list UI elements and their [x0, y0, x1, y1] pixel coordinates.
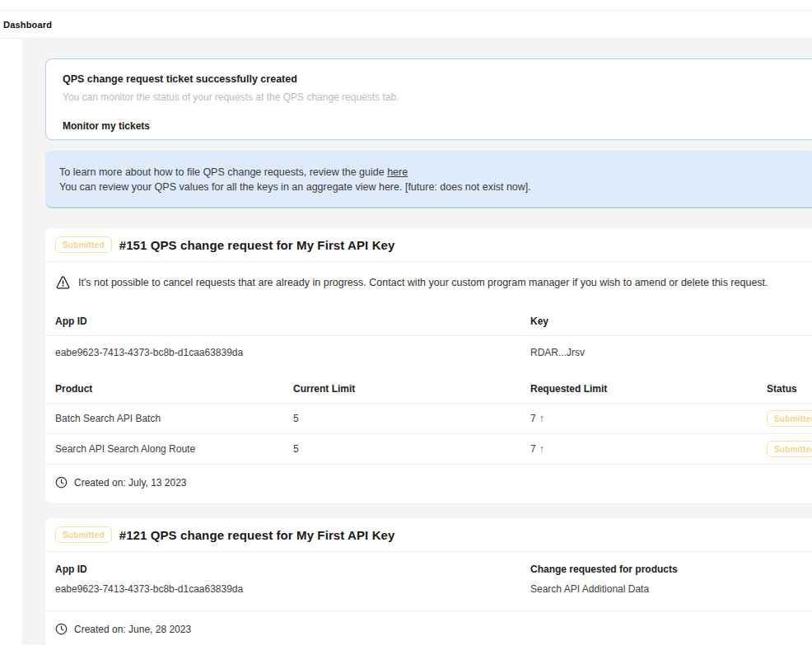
info-banner: To learn more about how to file QPS chan… — [45, 151, 812, 208]
requested-limit-cell: 7↑ — [530, 413, 767, 424]
ticket-header: Submitted #151 QPS change request for My… — [45, 228, 812, 261]
products-label: Change requested for products — [530, 563, 812, 575]
status-badge: Submitted — [767, 441, 812, 457]
table-row: Search API Search Along Route 5 7↑ Submi… — [45, 434, 812, 464]
clock-icon — [55, 623, 68, 635]
app-id-label: App ID — [55, 563, 530, 575]
clock-icon — [55, 476, 68, 489]
info-line1-text: To learn more about how to file QPS chan… — [59, 166, 387, 178]
status-cell: Submitted — [767, 441, 812, 457]
warning-triangle-icon — [55, 275, 71, 290]
app-id-value: eabe9623-7413-4373-bc8b-d1caa63839da — [55, 347, 530, 358]
current-limit-cell: 5 — [293, 443, 530, 455]
product-cell: Batch Search API Batch — [55, 413, 293, 424]
col-requested-limit: Requested Limit — [530, 383, 767, 395]
col-current-limit: Current Limit — [293, 383, 530, 395]
top-strip — [0, 0, 812, 11]
col-product: Product — [55, 383, 293, 395]
ticket-card-151: Submitted #151 QPS change request for My… — [45, 228, 812, 503]
content-area: QPS change request ticket successfully c… — [22, 39, 812, 645]
arrow-up-icon: ↑ — [539, 443, 544, 455]
product-cell: Search API Search Along Route — [55, 443, 293, 455]
products-value: Search API Additional Data — [530, 583, 649, 595]
success-banner-subtitle: You can monitor the status of your reque… — [63, 91, 806, 103]
products-table-header: Product Current Limit Requested Limit St… — [45, 370, 812, 403]
appid-key-labels: App ID Key — [45, 306, 812, 335]
app-id-block: App ID eabe9623-7413-4373-bc8b-d1caa6383… — [55, 563, 530, 596]
success-banner: QPS change request ticket successfully c… — [45, 58, 812, 140]
ticket-meta: App ID eabe9623-7413-4373-bc8b-d1caa6383… — [45, 552, 812, 610]
monitor-tickets-link[interactable]: Monitor my tickets — [63, 120, 150, 132]
info-banner-line1: To learn more about how to file QPS chan… — [59, 166, 810, 180]
status-badge: Submitted — [55, 236, 112, 253]
ticket-header: Submitted #121 QPS change request for My… — [45, 518, 812, 551]
ticket-title: #121 QPS change request for My First API… — [119, 528, 395, 542]
arrow-up-icon: ↑ — [539, 413, 544, 424]
warning-text: It's not possible to cancel requests tha… — [78, 277, 768, 288]
guide-here-link[interactable]: here — [387, 166, 408, 178]
appid-key-values: eabe9623-7413-4373-bc8b-d1caa63839da RDA… — [45, 336, 812, 370]
created-on-row: Created on: June, 28 2023 — [45, 611, 812, 645]
ticket-card-121: Submitted #121 QPS change request for My… — [45, 518, 812, 645]
created-on-row: Created on: July, 13 2023 — [45, 465, 812, 503]
status-badge: Submitted — [55, 526, 112, 543]
products-block: Change requested for products Search API… — [530, 563, 812, 596]
status-badge: Submitted — [767, 410, 812, 427]
left-gutter — [0, 39, 22, 645]
current-limit-cell: 5 — [293, 413, 530, 424]
info-banner-line2: You can review your QPS values for all t… — [59, 180, 810, 195]
created-on-text: Created on: July, 13 2023 — [74, 477, 187, 489]
requested-limit-cell: 7↑ — [530, 443, 767, 455]
app-id-value: eabe9623-7413-4373-bc8b-d1caa63839da — [55, 583, 243, 595]
status-cell: Submitted — [767, 410, 812, 427]
success-banner-title: QPS change request ticket successfully c… — [63, 73, 806, 85]
page-header: Dashboard — [0, 11, 812, 39]
col-status: Status — [767, 383, 812, 395]
table-row: Batch Search API Batch 5 7↑ Submitted — [45, 404, 812, 433]
key-label: Key — [530, 316, 812, 327]
app-id-label: App ID — [55, 316, 530, 327]
key-value: RDAR...Jrsv — [530, 347, 812, 358]
page-title: Dashboard — [3, 20, 52, 30]
warning-row: It's not possible to cancel requests tha… — [45, 262, 812, 306]
ticket-title: #151 QPS change request for My First API… — [119, 238, 395, 252]
created-on-text: Created on: June, 28 2023 — [74, 624, 191, 635]
